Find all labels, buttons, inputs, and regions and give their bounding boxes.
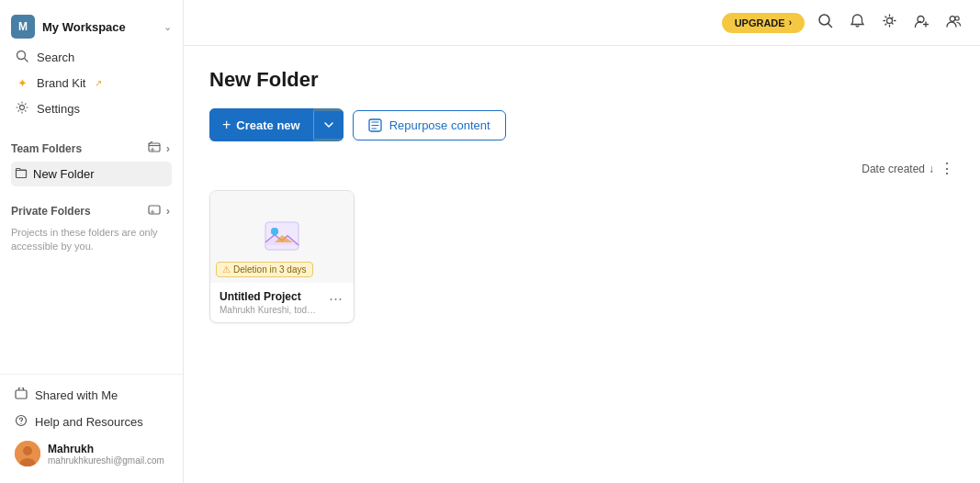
user-add-icon[interactable] <box>910 9 933 36</box>
team-folders-section: Team Folders › New Folder <box>0 128 183 190</box>
create-new-dropdown-icon[interactable] <box>313 111 344 139</box>
help-label: Help and Resources <box>35 415 143 429</box>
card-title: Untitled Project <box>220 290 327 303</box>
svg-rect-5 <box>16 390 27 399</box>
card-info: Untitled Project Mahrukh Kureshi, today … <box>210 283 354 322</box>
sidebar-spacer <box>0 258 183 374</box>
sidebar-item-search[interactable]: Search <box>11 44 172 71</box>
private-folders-header: Private Folders › <box>11 197 172 224</box>
workspace-name: My Workspace <box>42 20 126 34</box>
card-text: Untitled Project Mahrukh Kureshi, today … <box>220 290 327 315</box>
brand-kit-badge: ↗ <box>95 78 102 88</box>
deletion-badge: ⚠ Deletion in 3 days <box>216 262 313 277</box>
svg-point-17 <box>955 17 959 20</box>
brand-kit-label: Brand Kit <box>37 76 85 90</box>
repurpose-content-button[interactable]: Repurpose content <box>353 110 506 140</box>
card-thumbnail: ⚠ Deletion in 3 days <box>210 191 354 283</box>
team-folders-label: Team Folders <box>11 142 82 155</box>
team-folders-header: Team Folders › <box>11 135 172 162</box>
svg-line-1 <box>25 59 28 62</box>
create-new-main[interactable]: + Create new <box>209 108 313 141</box>
create-new-button[interactable]: + Create new <box>209 108 344 141</box>
add-private-folder-icon[interactable] <box>146 201 163 220</box>
sidebar-item-settings[interactable]: Settings <box>11 95 172 122</box>
page-title: New Folder <box>209 68 319 92</box>
new-folder-label: New Folder <box>33 167 94 181</box>
search-topbar-icon[interactable] <box>814 9 837 36</box>
help-icon <box>15 414 28 430</box>
sidebar-item-help[interactable]: Help and Resources <box>11 409 172 435</box>
add-team-folder-icon[interactable] <box>146 139 163 158</box>
new-folder-item[interactable]: New Folder <box>11 162 172 186</box>
upgrade-label: UPGRADE <box>735 17 785 28</box>
team-icon[interactable] <box>942 9 965 36</box>
svg-line-13 <box>828 24 832 28</box>
sidebar-top: M My Workspace ⌄ Search ✦ Brand Kit ↗ Se… <box>0 0 183 128</box>
user-row[interactable]: Mahrukh mahrukhkureshi@gmail.com <box>11 435 172 472</box>
settings-icon <box>15 101 29 117</box>
svg-point-10 <box>23 446 32 455</box>
workspace-avatar: M <box>11 15 35 39</box>
top-bar: UPGRADE › <box>184 0 980 46</box>
sort-bar: Date created ↓ ⋮ <box>209 160 954 177</box>
warning-icon: ⚠ <box>222 264 231 275</box>
sidebar: M My Workspace ⌄ Search ✦ Brand Kit ↗ Se… <box>0 0 184 483</box>
project-card[interactable]: ⚠ Deletion in 3 days Untitled Project Ma… <box>209 190 355 323</box>
sort-options-icon[interactable]: ⋮ <box>940 160 954 177</box>
card-meta: Mahrukh Kureshi, today at 12:12a... <box>220 305 321 315</box>
private-folders-subtitle: Projects in these folders are only acces… <box>11 226 172 254</box>
content-area: New Folder + Create new Repurpose conten… <box>184 46 980 483</box>
svg-point-21 <box>271 228 278 235</box>
private-folders-section: Private Folders › Projects in these fold… <box>0 190 183 258</box>
action-bar: + Create new Repurpose content <box>209 108 954 141</box>
sort-text: Date created <box>862 163 925 175</box>
card-more-options-icon[interactable]: ⋯ <box>327 290 344 307</box>
card-image-icon <box>262 217 302 257</box>
shared-with-me-label: Shared with Me <box>35 388 118 402</box>
search-icon <box>15 50 29 65</box>
workspace-left: M My Workspace <box>11 15 126 39</box>
user-info: Mahrukh mahrukhkureshi@gmail.com <box>48 443 164 466</box>
search-label: Search <box>37 51 74 64</box>
sidebar-item-brand-kit[interactable]: ✦ Brand Kit ↗ <box>11 71 172 95</box>
upgrade-arrow-icon: › <box>789 17 792 28</box>
team-folders-more-icon[interactable]: › <box>164 140 172 157</box>
svg-point-7 <box>20 423 21 424</box>
bell-icon[interactable] <box>846 9 869 36</box>
user-avatar <box>15 441 40 466</box>
brand-kit-icon: ✦ <box>15 76 29 90</box>
sidebar-item-shared[interactable]: Shared with Me <box>11 382 172 409</box>
team-folders-icons: › <box>146 139 172 158</box>
create-new-label: Create new <box>236 118 299 132</box>
svg-point-2 <box>20 106 25 110</box>
chevron-down-icon: ⌄ <box>163 21 172 33</box>
page-header: New Folder <box>209 68 954 92</box>
shared-with-me-icon <box>15 388 28 403</box>
workspace-row[interactable]: M My Workspace ⌄ <box>11 9 172 44</box>
private-folders-more-icon[interactable]: › <box>164 202 172 219</box>
private-folders-icons: › <box>146 201 172 220</box>
main-content: UPGRADE › New Folder + Create new <box>184 0 980 483</box>
user-email: mahrukhkureshi@gmail.com <box>48 455 164 466</box>
plus-icon: + <box>222 117 231 133</box>
folder-icon <box>15 166 28 182</box>
svg-rect-4 <box>149 206 160 214</box>
sort-label[interactable]: Date created ↓ <box>862 163 934 175</box>
private-folders-label: Private Folders <box>11 205 91 218</box>
sort-arrow-icon: ↓ <box>929 163 934 175</box>
user-name: Mahrukh <box>48 443 164 455</box>
gear-topbar-icon[interactable] <box>878 9 901 36</box>
settings-label: Settings <box>37 102 80 116</box>
svg-point-16 <box>950 17 955 22</box>
cards-grid: ⚠ Deletion in 3 days Untitled Project Ma… <box>209 190 954 323</box>
upgrade-button[interactable]: UPGRADE › <box>722 13 805 33</box>
deletion-label: Deletion in 3 days <box>233 264 307 275</box>
sidebar-bottom: Shared with Me Help and Resources Mahruk… <box>0 374 183 483</box>
repurpose-label: Repurpose content <box>389 118 490 132</box>
svg-rect-3 <box>149 143 160 152</box>
